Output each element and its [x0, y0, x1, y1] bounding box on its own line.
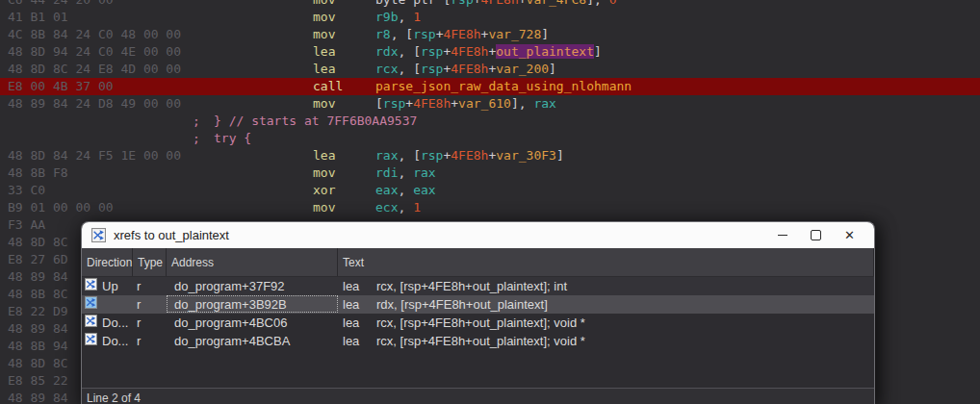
operand-token: ecx	[375, 200, 398, 215]
mnemonic: mov	[313, 164, 335, 182]
column-header-direction[interactable]: Direction	[82, 248, 133, 276]
operand-token: var_728	[488, 27, 541, 41]
asm-line[interactable]: 33 C0xoreax, eax	[0, 182, 980, 199]
operand-token: ,	[398, 200, 413, 215]
operand-token: , [	[391, 27, 413, 41]
type-cell: r	[137, 277, 141, 295]
xref-icon	[85, 295, 97, 314]
operand-token: 4FE8h	[443, 27, 480, 41]
operands: r8, [rsp+4FE8h+var_728]	[375, 26, 549, 43]
close-button[interactable]: ✕	[833, 222, 866, 248]
mnemonic: lea	[313, 147, 335, 164]
asm-line[interactable]: 48 8B F8movrdi, rax	[0, 164, 980, 182]
asm-line[interactable]: 48 89 84 24 D8 49 00 00mov[rsp+4FE8h+var…	[0, 95, 980, 113]
asm-line[interactable]: 41 B1 01movr9b, 1	[0, 9, 980, 26]
operand-token: rax	[375, 148, 398, 163]
operand-token: parse_json_raw_data_using_nlohmann	[375, 79, 632, 93]
operands: byte ptr [rsp+4FE8h+var_4FC8], 0	[375, 0, 617, 9]
hex-bytes: 48 8D 8C	[8, 234, 68, 251]
maximize-icon	[811, 230, 821, 240]
dialog-status-bar: Line 2 of 4	[82, 388, 874, 404]
hex-bytes: E8 00 4B 37 00	[8, 78, 114, 95]
operand-token: 1	[413, 10, 421, 24]
operands: rdx, [rsp+4FE8h+out_plaintext]	[375, 43, 602, 61]
operands: rdi, rax	[375, 164, 436, 182]
comment-marker: ;	[193, 113, 200, 130]
hex-bytes: 48 8B 8C	[8, 286, 68, 303]
asm-line[interactable]: E8 00 4B 37 00callparse_json_raw_data_us…	[0, 78, 980, 95]
mnemonic: lea	[313, 61, 335, 78]
operand-token: rsp	[421, 44, 443, 59]
operand-token: 4FE8h	[481, 0, 519, 7]
operands: r9b, 1	[375, 9, 421, 26]
operand-token: , [	[398, 62, 420, 76]
type-cell: r	[137, 332, 141, 350]
dialog-titlebar[interactable]: xrefs to out_plaintext ✕	[82, 222, 874, 248]
xrefs-dialog-icon	[91, 228, 106, 242]
mnemonic: call	[313, 78, 343, 95]
operands: parse_json_raw_data_using_nlohmann	[375, 78, 632, 95]
focus-rect	[167, 295, 338, 313]
operand-token: ,	[398, 165, 413, 180]
operand-token: 4FE8h	[451, 148, 488, 163]
hex-bytes: F3 AA	[8, 216, 45, 234]
asm-line[interactable]: B9 01 00 00 00movecx, 1	[0, 199, 980, 216]
asm-line[interactable]: 48 8D 84 24 F5 1E 00 00learax, [rsp+4FE8…	[0, 147, 980, 164]
mnemonic: xor	[313, 182, 335, 199]
direction-cell: Do...	[102, 332, 128, 350]
asm-line[interactable]: 48 8D 94 24 C0 4E 00 00leardx, [rsp+4FE8…	[0, 43, 980, 61]
asm-line[interactable]: 48 8D 8C 24 E8 4D 00 00learcx, [rsp+4FE8…	[0, 61, 980, 78]
column-header-text[interactable]: Text	[338, 248, 874, 276]
operands: rcx, [rsp+4FE8h+var_200]	[375, 61, 556, 78]
minimize-button[interactable]	[765, 222, 799, 248]
hex-bytes: B9 01 00 00 00	[8, 199, 114, 216]
column-header-type[interactable]: Type	[133, 248, 167, 276]
xrefs-table-header: DirectionTypeAddressText	[82, 248, 874, 276]
xref-icon	[85, 332, 97, 350]
hex-bytes: 48 89 84	[8, 320, 68, 338]
operands: [rsp+4FE8h+var_610], rax	[375, 95, 556, 113]
text-operands-cell: rcx, [rsp+4FE8h+out_plaintext]; int	[376, 277, 567, 295]
operand-token: +	[405, 96, 413, 111]
text-operands-cell: rdx, [rsp+4FE8h+out_plaintext]	[376, 295, 548, 314]
asm-line[interactable]: C6 44 24 20 00movbyte ptr [rsp+4FE8h+var…	[0, 0, 980, 9]
xref-row[interactable]: rdo_program+3B92Bleardx, [rsp+4FE8h+out_…	[82, 295, 874, 314]
operand-token: ,	[398, 183, 413, 197]
operand-token: var_610	[458, 96, 511, 111]
operand-token: eax	[413, 183, 435, 197]
text-mnemonic-cell: lea	[343, 277, 359, 295]
hex-bytes: 48 89 84 24 D8 49 00 00	[8, 95, 181, 113]
operand-token: 4FE8h	[451, 44, 488, 59]
text-mnemonic-cell: lea	[343, 332, 359, 350]
minimize-icon	[778, 235, 787, 236]
operand-token: r8	[375, 27, 391, 41]
hex-bytes: E8 85 22	[8, 372, 68, 390]
mnemonic: mov	[313, 95, 335, 113]
operand-token: 4FE8h	[413, 96, 451, 111]
operand-token: var_4FC8	[527, 0, 587, 7]
xref-icon	[85, 314, 97, 332]
xref-row[interactable]: Do...rdo_program+4BC06learcx, [rsp+4FE8h…	[82, 314, 874, 332]
asm-line[interactable]: 4C 8B 84 24 C0 48 00 00movr8, [rsp+4FE8h…	[0, 26, 980, 43]
operand-token: ],	[586, 0, 608, 7]
column-header-address[interactable]: Address	[167, 248, 338, 276]
operand-token: +	[451, 96, 458, 111]
asm-comment-line[interactable]: ;} // starts at 7FF6B0AA9537	[0, 113, 980, 130]
operand-token: rsp	[383, 96, 405, 111]
operand-token: out_plaintext	[496, 44, 594, 59]
hex-bytes: 48 8D 94 24 C0 4E 00 00	[8, 43, 181, 61]
operand-token: [	[375, 96, 383, 111]
xref-row[interactable]: Do...rdo_program+4BCBAlearcx, [rsp+4FE8h…	[82, 332, 874, 350]
operand-token: eax	[375, 183, 398, 197]
maximize-button[interactable]	[799, 222, 833, 248]
text-mnemonic-cell: lea	[343, 295, 359, 314]
mnemonic: mov	[313, 199, 335, 216]
mnemonic: mov	[313, 9, 335, 26]
operand-token: var_30F3	[496, 148, 556, 163]
hex-bytes: 48 8B 94	[8, 338, 68, 355]
xref-row[interactable]: Uprdo_program+37F92learcx, [rsp+4FE8h+ou…	[82, 277, 874, 295]
asm-comment-line[interactable]: ;try {	[0, 130, 980, 147]
mnemonic: lea	[313, 43, 335, 61]
operand-token: rsp	[451, 0, 473, 7]
address-cell: do_program+4BCBA	[174, 332, 290, 350]
